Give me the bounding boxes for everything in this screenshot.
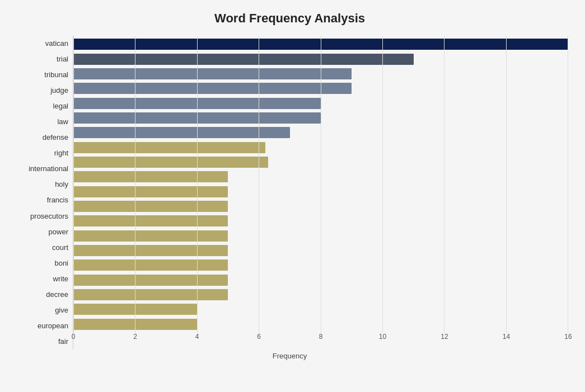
bars-wrapper: [73, 36, 568, 333]
x-tick-label: 12: [441, 333, 448, 341]
bar: [73, 215, 228, 226]
y-axis-label: trial: [11, 52, 68, 67]
x-tick-label: 2: [133, 333, 137, 341]
bar: [73, 127, 290, 138]
bar: [73, 98, 321, 109]
bar-row: [73, 214, 568, 228]
bar: [73, 112, 321, 124]
bar: [73, 304, 197, 315]
y-axis-label: european: [11, 319, 68, 333]
bar-row: [73, 67, 568, 81]
bar: [73, 186, 228, 197]
y-axis-label: give: [11, 303, 68, 318]
y-axis-label: vatican: [11, 36, 68, 51]
chart-title: Word Frequency Analysis: [11, 11, 568, 26]
x-axis-title: Frequency: [273, 352, 307, 360]
y-axis-label: judge: [11, 83, 68, 98]
y-axis-label: international: [11, 162, 68, 176]
bar-row: [73, 229, 568, 243]
bar: [73, 289, 228, 300]
x-axis-title-container: Frequency: [11, 351, 568, 361]
bar: [73, 201, 228, 212]
bar: [73, 157, 268, 168]
y-axis-label: fair: [11, 334, 68, 349]
bar-row: [73, 199, 568, 214]
bars-and-grid: 0246810121416: [73, 36, 568, 350]
bar-row: [73, 96, 568, 111]
bar: [73, 275, 228, 286]
bar-row: [73, 169, 568, 184]
y-axis-label: right: [11, 146, 68, 160]
x-tick-label: 10: [379, 333, 386, 341]
bar: [73, 171, 228, 182]
y-axis-label: decree: [11, 287, 68, 302]
bar-row: [73, 81, 568, 96]
bar: [73, 83, 352, 94]
bar: [73, 39, 568, 50]
y-axis-label: defense: [11, 130, 68, 145]
x-tick-label: 0: [72, 333, 76, 341]
chart-area: vaticantrialtribunaljudgelegallawdefense…: [11, 36, 568, 350]
bar-row: [73, 185, 568, 199]
bar: [73, 230, 228, 242]
bar-row: [73, 52, 568, 67]
x-tick-label: 14: [503, 333, 510, 341]
y-axis-label: legal: [11, 99, 68, 114]
bar-row: [73, 287, 568, 302]
bar-row: [73, 37, 568, 51]
x-tick-label: 16: [564, 333, 572, 341]
bar: [73, 68, 352, 79]
x-tick-label: 4: [195, 333, 199, 341]
y-axis-label: holy: [11, 177, 68, 192]
y-axis-label: law: [11, 115, 68, 129]
y-axis-label: power: [11, 225, 68, 239]
bar: [73, 245, 228, 256]
y-axis-label: write: [11, 272, 68, 286]
x-axis-labels: 0246810121416: [73, 333, 568, 350]
bar-row: [73, 155, 568, 169]
bar-row: [73, 273, 568, 287]
bar-row: [73, 243, 568, 258]
bar-row: [73, 111, 568, 125]
y-axis: vaticantrialtribunaljudgelegallawdefense…: [11, 36, 73, 350]
y-axis-label: boni: [11, 256, 68, 271]
bar: [73, 319, 197, 330]
y-axis-label: prosecutors: [11, 209, 68, 224]
x-tick-label: 6: [257, 333, 261, 341]
bar-row: [73, 317, 568, 332]
bar-row: [73, 140, 568, 155]
bar-row: [73, 258, 568, 272]
bar: [73, 142, 265, 153]
bar: [73, 259, 228, 271]
y-axis-label: tribunal: [11, 68, 68, 82]
bar: [73, 54, 414, 65]
chart-container: Word Frequency Analysis vaticantrialtrib…: [0, 0, 585, 392]
bar-row: [73, 125, 568, 140]
x-tick-label: 8: [319, 333, 323, 341]
bar-row: [73, 302, 568, 317]
y-axis-label: francis: [11, 193, 68, 207]
y-axis-label: court: [11, 240, 68, 255]
